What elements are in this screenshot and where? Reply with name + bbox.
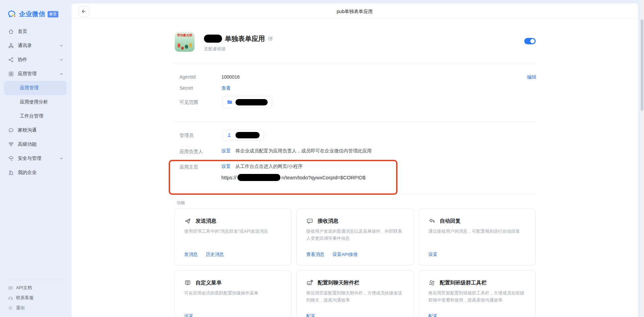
sidebar-item-logout[interactable]: 退出 — [0, 303, 71, 313]
power-icon — [8, 306, 13, 311]
app-enabled-toggle[interactable] — [524, 38, 536, 44]
app-logo-figure — [181, 47, 184, 50]
secret-view-link[interactable]: 查看 — [221, 85, 231, 91]
chevron-down-icon — [59, 58, 63, 62]
sidebar-item-label: API文档 — [16, 285, 32, 291]
sidebar-item-label: 协作 — [18, 57, 27, 63]
set-api-receive-link[interactable]: 设置API接收 — [332, 252, 358, 258]
feature-card-head: 自定义菜单 — [184, 279, 222, 286]
folder-icon — [227, 99, 233, 105]
chevron-down-icon — [59, 156, 63, 161]
sidebar-item-school-communication[interactable]: 家校沟通 — [0, 123, 71, 137]
org-chart-icon — [8, 43, 14, 49]
scrollbar[interactable] — [640, 0, 644, 317]
send-message-link[interactable]: 发消息 — [184, 252, 198, 258]
sidebar-item-label: 退出 — [16, 305, 25, 311]
edit-name-icon[interactable] — [268, 36, 273, 41]
sidebar-item-label: 我的企业 — [18, 170, 37, 176]
sidebar-item-label: 安全与管理 — [18, 155, 41, 162]
toggle-knob — [530, 39, 535, 43]
sidebar-subitem-workbench-management[interactable]: 工作台管理 — [0, 109, 71, 123]
sidebar: 企业微信 教育 首页 通讯录 — [0, 0, 71, 317]
sidebar-item-home[interactable]: 首页 — [0, 25, 71, 39]
company-icon — [8, 170, 14, 176]
feature-card-links: 设置 — [428, 252, 437, 258]
brand-badge: 教育 — [48, 11, 58, 17]
feature-card-desc: 将应用页面配置到聊天附件栏，方便成员快捷发送到聊天，提高沟通效率 — [306, 290, 405, 304]
chat-bubble-icon — [8, 127, 14, 133]
feature-card-chat-attachment-bar: 配置到聊天附件栏 将应用页面配置到聊天附件栏，方便成员快捷发送到聊天，提高沟通效… — [297, 270, 414, 317]
umbrella-icon — [8, 155, 14, 162]
sidebar-item-label: 首页 — [18, 29, 27, 35]
sidebar-item-label: 工作台管理 — [20, 113, 43, 119]
feature-card-links: 查看消息 设置API接收 — [306, 252, 358, 258]
sidebar-item-label: 联系客服 — [16, 295, 34, 301]
screen: 企业微信 教育 首页 通讯录 — [0, 0, 644, 317]
feature-card-auto-reply: 自动回复 通过接收用户的消息，可配置规则进行自动回复 设置 — [419, 209, 536, 265]
owner-desc: 将企业成员配置为应用负责人，成员即可在企业微信内管理此应用 — [235, 148, 372, 154]
sidebar-subitem-app-management[interactable]: 应用管理 — [4, 81, 67, 95]
svg-text:API: API — [9, 287, 12, 289]
class-group-config-link[interactable]: 配置 — [428, 313, 437, 317]
sidebar-item-contact-support[interactable]: 联系客服 — [0, 293, 71, 303]
app-logo-figure — [189, 43, 192, 48]
edit-link[interactable]: 编辑 — [527, 74, 536, 80]
owner-label: 应用负责人 — [179, 149, 203, 155]
custom-menu-icon — [184, 279, 191, 286]
homepage-set-link[interactable]: 设置 — [221, 164, 231, 170]
advanced-v-icon — [8, 141, 14, 147]
owner-row: 设置 将企业成员配置为应用负责人，成员即可在企业微信内管理此应用 — [221, 148, 372, 154]
feature-card-links: 配置 — [306, 313, 315, 317]
feature-card-send-message: 发送消息 使用管理工具中的“消息群发”或API发送消息 发消息 历史消息 — [174, 209, 291, 265]
sidebar-item-contacts[interactable]: 通讯录 — [0, 39, 71, 53]
app-logo-figure — [177, 43, 180, 48]
feature-card-head: 自动回复 — [428, 218, 461, 225]
history-message-link[interactable]: 历史消息 — [206, 252, 224, 258]
agentid-value: 1000016 — [221, 74, 240, 80]
sidebar-item-label: 应用管理 — [18, 71, 37, 77]
pinwheel-icon — [428, 279, 435, 286]
admin-label: 管理员 — [179, 133, 194, 139]
sidebar-item-advanced-features[interactable]: 高级功能 — [0, 137, 71, 151]
view-messages-link[interactable]: 查看消息 — [306, 252, 324, 258]
sidebar-item-label: 高级功能 — [18, 141, 37, 147]
divider — [173, 64, 537, 64]
sidebar-footer: API API文档 联系客服 退出 — [0, 280, 71, 317]
homepage-row: 设置 从工作台点击进入的网页/小程序 — [221, 164, 303, 170]
sidebar-item-my-company[interactable]: 我的企业 — [0, 166, 71, 180]
person-icon — [227, 132, 233, 138]
chevron-down-icon — [59, 44, 63, 48]
brand-name: 企业微信 — [19, 10, 45, 18]
feature-card-desc: 接收用户发送的普通消息以及菜单操作、外部联系人变更回调等事件信息 — [306, 228, 405, 242]
custom-menu-set-link[interactable]: 设置 — [184, 313, 193, 317]
visible-range-chip[interactable] — [222, 96, 272, 108]
sidebar-item-app-management[interactable]: 应用管理 — [0, 67, 71, 81]
feature-card-title: 配置到聊天附件栏 — [318, 279, 359, 286]
homepage-label: 应用主页 — [179, 164, 198, 170]
admin-chip[interactable] — [222, 130, 264, 141]
feature-card-links: 发消息 历史消息 — [184, 252, 224, 258]
app-logo-figure — [185, 45, 188, 49]
app-logo-image: 劳动最光荣 — [175, 32, 195, 52]
feature-card-receive-message: 接收消息 接收用户发送的普通消息以及菜单操作、外部联系人变更回调等事件信息 查看… — [297, 209, 414, 265]
scrollbar-thumb[interactable] — [641, 19, 643, 111]
brand: 企业微信 教育 — [7, 9, 58, 19]
owner-set-link[interactable]: 设置 — [221, 148, 231, 154]
secret-label: Secret — [179, 85, 193, 91]
auto-reply-set-link[interactable]: 设置 — [428, 252, 437, 258]
sidebar-item-security-management[interactable]: 安全与管理 — [0, 151, 71, 166]
sidebar-item-collaboration[interactable]: 协作 — [0, 53, 71, 67]
divider — [173, 122, 537, 122]
sidebar-item-label: 应用管理 — [20, 85, 39, 91]
sidebar-subitem-app-usage-analysis[interactable]: 应用使用分析 — [0, 95, 71, 109]
visible-range-label: 可见范围 — [179, 99, 198, 105]
feature-card-class-group-toolbar: 配置到班级群工具栏 将应用页面配置到班级群工具栏，方便成员在班级群聊中查看和使用… — [419, 270, 536, 317]
feature-card-head: 发送消息 — [184, 218, 216, 225]
app-subtitle: 支配者链接 — [204, 46, 226, 52]
attachment-bar-config-link[interactable]: 配置 — [306, 313, 315, 317]
feature-card-custom-menu: 自定义菜单 可在应用会话的底部配置快捷操作菜单 设置 — [174, 270, 291, 317]
sidebar-item-api-docs[interactable]: API API文档 — [0, 283, 71, 293]
feature-card-title: 自动回复 — [440, 218, 461, 225]
visible-range-redaction-blob — [235, 99, 268, 105]
app-logo-caption: 劳动最光荣 — [175, 33, 195, 38]
